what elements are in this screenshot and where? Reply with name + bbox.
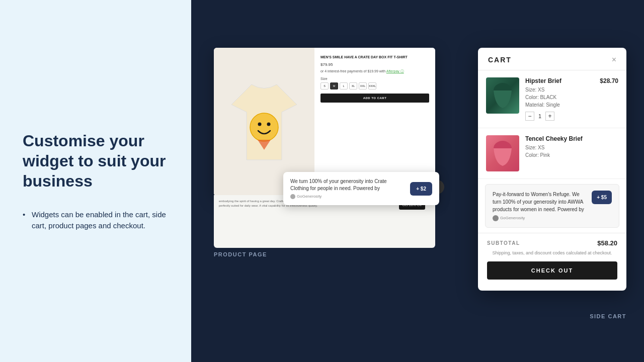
side-cart: CART × Hipster Brief Size: XS [478,48,626,291]
cart-item-image-1 [486,77,519,114]
product-page-widget: We turn 100% of your generosity into Cra… [283,172,439,205]
product-price: $79.95 [320,62,429,67]
cart-widget-text: Pay-it-forward to Women's Refuge. We tur… [493,191,587,221]
item-color-1: Color: BLACK [525,94,618,101]
affirm-text: or 4 interest-free payments of $19.99 wi… [320,69,429,74]
size-l[interactable]: L [340,82,348,89]
cart-item-image-2 [486,135,519,171]
item-material-1: Material: Single [525,101,618,109]
close-icon[interactable]: × [612,56,616,64]
add-to-cart-button[interactable]: ADD TO CART [320,94,429,103]
go-generosity-logo: GoGenerosity [290,194,405,199]
gg-icon [493,215,499,221]
size-xl[interactable]: XL [349,82,357,89]
go-generosity-brand: GoGenerosity [493,215,587,221]
item-price-1: $28.70 [600,77,618,84]
svg-point-2 [267,122,271,126]
cart-subtotal: SUBTOTAL $58.20 Shipping, taxes, and dis… [478,233,626,291]
item-name-2: Tencel Cheeky Brief [525,135,618,142]
main-heading: Customise your widget to suit your busin… [23,131,169,191]
cart-item-details-2: Tencel Cheeky Brief Size: XS Color: Pink [525,135,618,171]
size-xxl[interactable]: XXL [359,82,367,89]
qty-value-1: 1 [538,113,541,119]
right-panel: MEN'S SMILE HAVE A CRATE DAY BOX FIT T-S… [191,0,644,362]
item-qty-1: − 1 + [525,112,618,121]
feature-list: Widgets can be enabled in the cart, side… [23,209,169,232]
cart-items-list: Hipster Brief Size: XS Color: BLACK Mate… [478,70,626,179]
size-xxxl[interactable]: XXXL [368,82,376,89]
cart-header: CART × [478,48,626,70]
product-widget-text: We turn 100% of your generosity into Cra… [290,178,405,199]
svg-point-0 [250,113,278,141]
product-widget-add-button[interactable]: + $2 [410,182,432,196]
tencel-brief-image [486,135,519,171]
size-label: Size [320,77,429,80]
product-page-label: PRODUCT PAGE [214,251,267,257]
item-size-2: Size: XS [525,144,618,151]
subtotal-amount: $58.20 [597,239,617,247]
size-s[interactable]: S [320,82,329,89]
qty-decrease-1[interactable]: − [525,112,534,121]
svg-point-1 [258,122,262,126]
hipster-brief-image [486,77,519,114]
subtotal-row: SUBTOTAL $58.20 [487,239,617,247]
qty-increase-1[interactable]: + [545,112,554,121]
subtotal-note: Shipping, taxes, and discount codes calc… [487,250,617,256]
checkout-button[interactable]: CHECK OUT [487,261,617,280]
cart-item-1: Hipster Brief Size: XS Color: BLACK Mate… [478,70,626,128]
cart-title: CART [488,56,512,64]
item-size-1: Size: XS [525,86,618,94]
size-m[interactable]: M [330,82,338,89]
product-title: MEN'S SMILE HAVE A CRATE DAY BOX FIT T-S… [320,55,429,59]
cart-widget: Pay-it-forward to Women's Refuge. We tur… [485,184,619,228]
item-color-2: Color: Pink [525,151,618,159]
feature-item: Widgets can be enabled in the cart, side… [23,209,169,232]
cart-widget-add-button[interactable]: + $5 [592,191,612,204]
tshirt-svg [231,74,297,170]
size-selector: S M L XL XXL XXXL [320,82,429,89]
left-panel: Customise your widget to suit your busin… [0,0,191,362]
subtotal-label: SUBTOTAL [487,240,520,246]
side-cart-label: SIDE CART [590,313,626,319]
cart-item-2: Tencel Cheeky Brief Size: XS Color: Pink [478,128,626,179]
